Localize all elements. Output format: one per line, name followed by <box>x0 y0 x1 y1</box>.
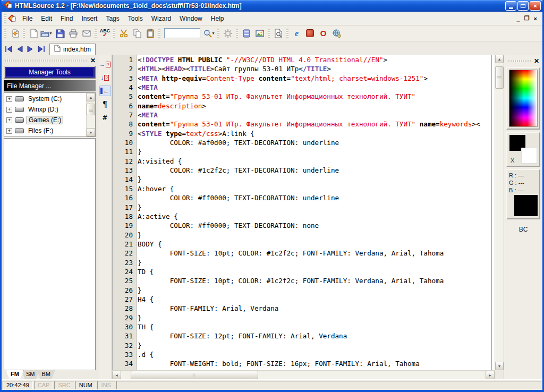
dropdown-arrow-icon[interactable]: ▼ <box>211 31 215 35</box>
code-line: 23} <box>113 259 495 268</box>
drive-tree: +System (C:)+Winxp (D:)+Games (E:)+Files… <box>4 92 96 137</box>
open-file-button[interactable]: ▼ <box>40 27 53 40</box>
scroll-up-icon[interactable]: ▲ <box>495 55 504 63</box>
first-document-button[interactable] <box>4 44 14 54</box>
jump-tag-left-button[interactable]: ← <box>99 86 111 96</box>
menu-help[interactable]: Help <box>207 13 228 24</box>
color-spectrum[interactable] <box>509 70 538 127</box>
open-in-browser-button[interactable] <box>330 27 343 40</box>
new-from-wizard-button[interactable] <box>8 27 21 40</box>
last-document-button[interactable] <box>36 44 46 54</box>
line-number: 3 <box>113 74 137 83</box>
close-button[interactable]: × <box>530 1 541 11</box>
send-mail-button[interactable] <box>80 27 93 40</box>
mozilla-icon <box>306 29 314 37</box>
next-document-button[interactable] <box>25 44 36 54</box>
mdi-document-icon <box>8 14 16 22</box>
mdi-minimize-button[interactable]: _ <box>517 15 520 22</box>
open-in-ie-button[interactable]: e <box>290 27 303 40</box>
menu-wizard[interactable]: Wizard <box>147 13 175 24</box>
paragraph-mark-button[interactable]: ¶ <box>99 99 111 109</box>
menu-find[interactable]: Find <box>56 13 77 24</box>
cut-button[interactable] <box>117 27 130 40</box>
toolbar-grip[interactable] <box>4 29 6 38</box>
drive-tree-scrollbar[interactable]: ▲ ▼ <box>86 93 95 137</box>
scroll-left-icon[interactable]: ◄ <box>112 371 121 379</box>
code-line: 1<!DOCTYPE HTML PUBLIC "-//W3C//DTD HTML… <box>113 56 495 65</box>
menu-tools[interactable]: Tools <box>124 13 147 24</box>
spell-check-button[interactable]: ABC✓ <box>98 27 112 40</box>
mdi-restore-button[interactable]: ❐ <box>524 15 530 22</box>
code-line: 11} <box>113 148 495 157</box>
manager-tools-button[interactable]: Manager Tools <box>4 66 96 79</box>
code-viewport[interactable]: 1<!DOCTYPE HTML PUBLIC "-//W3C//DTD HTML… <box>112 55 495 370</box>
editor-vertical-scrollbar[interactable]: ▲ ▼ <box>495 55 504 370</box>
code-line: 13 COLOR: #1c2f2c; TEXT-DECORATION: unde… <box>113 166 495 175</box>
color-panel-close-icon[interactable]: ✕ <box>533 57 540 65</box>
code-editor: 1<!DOCTYPE HTML PUBLIC "-//W3C//DTD HTML… <box>112 55 504 379</box>
expand-plus-icon[interactable]: + <box>6 128 12 134</box>
expand-plus-icon[interactable]: + <box>6 117 12 123</box>
hard-disk-icon <box>15 96 24 101</box>
drive-row-d[interactable]: +Winxp (D:) <box>4 104 86 115</box>
menubar-grip[interactable] <box>4 14 6 23</box>
scroll-right-icon[interactable]: ► <box>486 371 495 379</box>
toolbar-separator <box>286 29 288 38</box>
archive-button[interactable] <box>240 27 253 40</box>
search-button[interactable]: ▼ <box>202 27 216 40</box>
sidebar-tab-bm[interactable]: BM <box>37 370 55 379</box>
picture-icon <box>255 29 265 38</box>
line-number: 10 <box>113 139 137 148</box>
open-in-mozilla-button[interactable] <box>303 27 317 40</box>
titlebar[interactable]: HTMLSource 1.2 - [F:\New\documents_1\old… <box>2 0 542 12</box>
scroll-up-icon[interactable]: ▲ <box>87 93 95 101</box>
bc-label: BC <box>519 226 528 233</box>
paste-button[interactable] <box>143 27 157 40</box>
drive-row-f[interactable]: +Files (F:) <box>4 125 86 136</box>
preview-button[interactable] <box>271 27 285 40</box>
background-swatch[interactable] <box>521 148 537 164</box>
insert-image-button[interactable] <box>253 27 266 40</box>
line-number: 22 <box>113 249 137 258</box>
jump-tag-right-button[interactable]: →? <box>99 59 111 70</box>
sidebar-tab-fm[interactable]: FM <box>6 370 24 379</box>
previous-document-button[interactable] <box>14 44 25 54</box>
menu-window[interactable]: Window <box>175 13 207 24</box>
file-manager-header[interactable]: File Manager ... <box>4 80 96 91</box>
expand-plus-icon[interactable]: + <box>6 96 12 102</box>
menu-tags[interactable]: Tags <box>101 13 123 24</box>
drive-row-e[interactable]: +Games (E:) <box>4 115 86 125</box>
line-number: 17 <box>113 203 137 212</box>
sidebar-tab-sm[interactable]: SM <box>21 370 40 379</box>
r-value: R : --- <box>509 172 538 179</box>
menu-edit[interactable]: Edit <box>37 13 56 24</box>
code-line: 15A:hover { <box>113 185 495 194</box>
line-number: 8 <box>113 120 137 129</box>
find-text-input[interactable] <box>164 28 200 38</box>
editor-horizontal-scrollbar[interactable]: ◄ ► <box>112 370 495 379</box>
expand-plus-icon[interactable]: + <box>6 107 12 113</box>
sidebar-close-icon[interactable]: ✕ <box>89 57 97 64</box>
file-list-panel[interactable] <box>4 138 96 370</box>
minimize-button[interactable] <box>505 1 516 11</box>
open-in-opera-button[interactable]: O <box>317 27 330 40</box>
print-button[interactable] <box>66 27 80 40</box>
restore-button[interactable] <box>517 1 529 11</box>
settings-button[interactable] <box>221 27 234 40</box>
line-number: 14 <box>113 175 137 184</box>
jump-tag-down-button[interactable]: ↓? <box>99 72 111 83</box>
menu-insert[interactable]: Insert <box>77 13 101 24</box>
copy-button[interactable] <box>130 27 143 40</box>
drive-row-c[interactable]: +System (C:) <box>4 93 86 104</box>
scroll-down-icon[interactable]: ▼ <box>87 128 95 137</box>
hash-entity-button[interactable]: # <box>99 112 111 123</box>
sidebar-grip[interactable] <box>5 59 87 62</box>
scroll-down-icon[interactable]: ▼ <box>495 362 504 370</box>
save-button[interactable] <box>53 27 66 40</box>
new-document-button[interactable] <box>27 27 40 40</box>
dropdown-arrow-icon[interactable]: ▼ <box>49 31 53 35</box>
mdi-close-button[interactable]: × <box>534 15 537 22</box>
tab-index-htm[interactable]: index.htm <box>49 44 96 55</box>
color-panel-grip[interactable] <box>508 60 531 62</box>
menu-file[interactable]: File <box>18 13 37 24</box>
